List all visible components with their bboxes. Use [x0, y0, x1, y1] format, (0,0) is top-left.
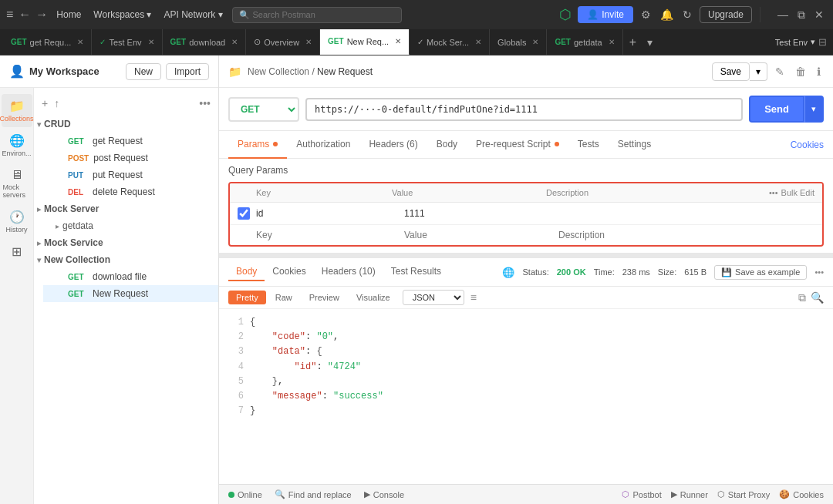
- list-item[interactable]: GET download file: [43, 268, 218, 285]
- import-button[interactable]: Import: [166, 63, 209, 80]
- resp-tab-cookies[interactable]: Cookies: [265, 263, 313, 281]
- tab-authorization[interactable]: Authorization: [287, 131, 359, 159]
- cookies-status-button[interactable]: 🍪 Cookies: [779, 489, 824, 499]
- tab-overview[interactable]: ⊙ Overview ✕: [246, 29, 320, 55]
- tab-close-icon[interactable]: ✕: [475, 38, 481, 46]
- group-new-collection-header[interactable]: ▾ New Collection: [34, 251, 218, 268]
- tab-close-icon[interactable]: ✕: [77, 38, 83, 46]
- list-item-active[interactable]: GET New Request: [43, 285, 218, 302]
- breadcrumb-collection[interactable]: New Collection: [248, 66, 309, 77]
- tab-body[interactable]: Body: [427, 131, 467, 159]
- format-tab-raw[interactable]: Raw: [268, 291, 300, 304]
- list-item[interactable]: GET get Request: [43, 133, 218, 150]
- list-item[interactable]: PUT put Request: [43, 166, 218, 183]
- url-input[interactable]: https://···-0-default/findPutOne?id=1111: [305, 98, 743, 121]
- list-item[interactable]: POST post Request: [43, 150, 218, 166]
- tab-headers[interactable]: Headers (6): [359, 131, 427, 159]
- tab-close-icon[interactable]: ✕: [305, 38, 312, 46]
- empty-desc-input[interactable]: [558, 230, 814, 240]
- sidebar-item-collections[interactable]: 📁 Collections: [2, 94, 32, 127]
- tab-get-requ[interactable]: GET get Requ... ✕: [3, 29, 92, 55]
- layout-icon[interactable]: ⊟: [815, 36, 830, 48]
- copy-icon[interactable]: ⧉: [798, 291, 806, 304]
- bulk-edit-label[interactable]: Bulk Edit: [781, 188, 814, 197]
- group-mock-service-header[interactable]: ▸ Mock Service: [34, 234, 218, 251]
- tab-close-icon[interactable]: ✕: [532, 38, 538, 46]
- tab-close-icon[interactable]: ✕: [395, 37, 401, 45]
- notification-icon[interactable]: 🔔: [659, 7, 675, 22]
- new-collection-button[interactable]: +: [40, 96, 49, 111]
- resp-tab-body[interactable]: Body: [228, 263, 265, 281]
- tab-pre-request[interactable]: Pre-request Script: [467, 131, 568, 159]
- search-input[interactable]: [253, 10, 395, 19]
- group-crud-header[interactable]: ▾ CRUD: [34, 116, 218, 133]
- forward-button[interactable]: →: [36, 9, 47, 20]
- format-select[interactable]: JSON XML HTML: [403, 290, 464, 305]
- tab-tests[interactable]: Tests: [568, 131, 609, 159]
- settings-icon[interactable]: ⚙: [639, 7, 653, 22]
- param-value[interactable]: 1111: [404, 208, 558, 219]
- param-key[interactable]: id: [256, 208, 404, 219]
- list-item[interactable]: DEL delete Request: [43, 183, 218, 200]
- resp-tab-headers[interactable]: Headers (10): [314, 263, 383, 281]
- more-options-icon[interactable]: •••: [814, 267, 824, 277]
- info-icon[interactable]: ℹ: [814, 64, 824, 79]
- filter-icon[interactable]: ≡: [470, 291, 477, 304]
- tab-params[interactable]: Params: [228, 131, 287, 159]
- api-network-nav[interactable]: API Network ▾: [161, 8, 226, 22]
- tab-globals[interactable]: Globals ✕: [490, 29, 547, 55]
- sidebar-item-mock-servers[interactable]: 🖥 Mock servers: [2, 163, 32, 203]
- tab-close-icon[interactable]: ✕: [609, 38, 615, 46]
- tab-close-icon[interactable]: ✕: [231, 38, 238, 46]
- restore-button[interactable]: ⧉: [794, 7, 808, 23]
- resp-tab-test-results[interactable]: Test Results: [383, 263, 449, 281]
- format-tab-preview[interactable]: Preview: [302, 291, 347, 304]
- online-status[interactable]: Online: [228, 490, 262, 499]
- upgrade-button[interactable]: Upgrade: [700, 6, 752, 23]
- format-tab-visualize[interactable]: Visualize: [349, 291, 398, 304]
- search-response-icon[interactable]: 🔍: [811, 291, 824, 304]
- hamburger-menu[interactable]: ≡: [6, 8, 13, 22]
- save-dropdown-button[interactable]: ▾: [750, 62, 767, 81]
- group-mock-server-header[interactable]: ▸ Mock Server: [34, 200, 218, 217]
- more-options-button[interactable]: •••: [197, 96, 212, 111]
- sidebar-item-history[interactable]: 🕐 History: [2, 205, 32, 238]
- format-tab-pretty[interactable]: Pretty: [228, 291, 266, 304]
- send-dropdown-button[interactable]: ▾: [804, 96, 824, 123]
- tab-test-env[interactable]: ✓ Test Env ✕: [92, 29, 162, 55]
- new-button[interactable]: New: [126, 63, 161, 80]
- environment-selector[interactable]: Test Env ▾: [775, 37, 815, 47]
- import-collection-button[interactable]: ↑: [52, 96, 61, 111]
- runner-button[interactable]: ▶ Runner: [671, 489, 708, 499]
- save-example-button[interactable]: 💾 Save as example: [714, 265, 807, 280]
- cookies-link[interactable]: Cookies: [791, 139, 824, 150]
- close-button[interactable]: ✕: [811, 7, 827, 23]
- send-button[interactable]: Send: [749, 96, 804, 123]
- tab-getdata[interactable]: GET getdata ✕: [547, 29, 622, 55]
- edit-icon[interactable]: ✎: [772, 64, 787, 79]
- method-select[interactable]: GET POST PUT DELETE: [228, 97, 299, 122]
- search-bar[interactable]: 🔍: [232, 7, 402, 23]
- minimize-button[interactable]: —: [774, 7, 791, 23]
- console-button[interactable]: ▶ Console: [364, 489, 404, 499]
- tab-download[interactable]: GET download ✕: [163, 29, 247, 55]
- add-tab-button[interactable]: +: [623, 35, 642, 49]
- more-tabs-button[interactable]: ▾: [642, 36, 657, 49]
- subgroup-getdata[interactable]: ▸ getdata: [43, 217, 218, 234]
- find-replace-button[interactable]: 🔍 Find and replace: [275, 489, 352, 499]
- sync-icon[interactable]: ↻: [681, 7, 693, 22]
- invite-button[interactable]: 👤 Invite: [578, 6, 633, 23]
- tab-mock-ser[interactable]: ✓ Mock Ser... ✕: [410, 29, 490, 55]
- postbot-button[interactable]: ⬡ Postbot: [622, 489, 661, 499]
- workspaces-nav[interactable]: Workspaces ▾: [90, 8, 154, 22]
- save-button[interactable]: Save: [712, 62, 750, 81]
- home-nav[interactable]: Home: [53, 8, 84, 22]
- start-proxy-button[interactable]: ⬡ Start Proxy: [717, 489, 770, 499]
- empty-value-input[interactable]: [404, 230, 558, 240]
- empty-key-input[interactable]: [256, 230, 404, 240]
- tab-new-req[interactable]: GET New Req... ✕: [320, 29, 410, 55]
- sidebar-item-flows[interactable]: ⊞: [2, 240, 32, 264]
- tab-close-icon[interactable]: ✕: [148, 38, 154, 46]
- back-button[interactable]: ←: [19, 9, 30, 20]
- row-checkbox[interactable]: [238, 207, 250, 220]
